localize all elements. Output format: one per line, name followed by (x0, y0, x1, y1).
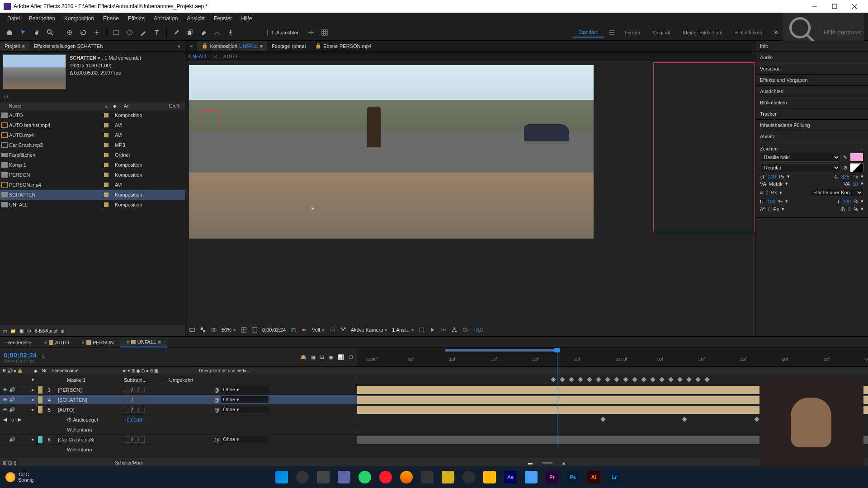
workspace-standard[interactable]: Standard (573, 28, 604, 38)
pixel-aspect-icon[interactable] (419, 327, 425, 333)
kerning-value[interactable]: Metrik (769, 181, 783, 187)
work-area-bar[interactable] (445, 349, 558, 352)
layer-switch[interactable] (124, 436, 130, 443)
taskbar-premiere[interactable]: Pr (543, 468, 561, 486)
hand-tool[interactable] (31, 27, 42, 38)
workspace-original[interactable]: Original (647, 28, 675, 37)
home-tool[interactable] (4, 27, 15, 38)
layer-switch[interactable] (138, 387, 145, 393)
footage-viewer-tab[interactable]: Footage (ohne) (267, 42, 311, 51)
roto-tool[interactable] (211, 27, 223, 38)
panel-overflow-icon[interactable]: » (173, 42, 185, 51)
fill-color-swatch[interactable] (850, 153, 863, 162)
taskbar-explorer[interactable] (481, 468, 499, 486)
zoom-tool[interactable] (44, 27, 56, 38)
brush-tool[interactable] (170, 27, 182, 38)
tl-motion-blur-icon[interactable]: ◉ (329, 354, 333, 360)
selection-tool[interactable] (17, 27, 29, 38)
panel-align[interactable]: Ausrichten (755, 86, 868, 97)
rotation-tool[interactable] (77, 27, 89, 38)
toggle-modes-icon[interactable]: ⊟ (8, 460, 12, 465)
taskbar-app[interactable] (418, 468, 436, 486)
prev-kf-icon[interactable]: ◀ (2, 417, 8, 423)
label-color[interactable] (104, 143, 108, 147)
taskbar-opera[interactable] (377, 468, 395, 486)
timeline-ruler[interactable]: 02:00f05f10f15f20f25f03:00f05f10f15f20f2… (357, 348, 868, 366)
fill-over-stroke-dropdown[interactable]: Fläche über Kon... (809, 188, 863, 197)
col-label[interactable]: ◆ (113, 103, 124, 108)
panel-libraries[interactable]: Bibliotheken (755, 97, 868, 108)
panel-preview[interactable]: Vorschau (755, 63, 868, 75)
bit-depth[interactable]: 8-Bit-Kanal (35, 328, 57, 333)
timeline-search[interactable] (41, 354, 296, 361)
next-kf-icon[interactable]: ▶ (16, 417, 23, 423)
tl-shy-icon[interactable]: 🙈 (300, 354, 307, 360)
pickwhip-icon[interactable]: @ (214, 397, 219, 403)
timeline-layer-row[interactable]: 🔊▸6[Car Crash.mp3]/@Ohne ▾ (0, 435, 868, 445)
leading-value[interactable]: 325 (841, 174, 849, 179)
project-item[interactable]: SCHATTEN Komposition (0, 190, 185, 200)
video-toggle[interactable]: 👁 (2, 387, 8, 393)
layer-color[interactable] (38, 396, 42, 404)
label-color[interactable] (104, 202, 108, 207)
always-preview-icon[interactable] (189, 327, 195, 333)
project-item[interactable]: Komp 1 Komposition (0, 160, 185, 170)
composition-viewer[interactable]: ➤ (185, 61, 755, 324)
menu-item[interactable]: Ansicht (182, 14, 209, 23)
workspace-small[interactable]: Kleiner Bildschirm (677, 28, 728, 37)
menu-item[interactable]: Bearbeiten (24, 14, 60, 23)
parent-dropdown[interactable]: Ohne ▾ (221, 396, 269, 403)
panel-info[interactable]: Info (755, 41, 868, 52)
col-parent[interactable]: Übergeordnet und verkn... (185, 368, 276, 373)
mask-icon[interactable] (211, 327, 217, 333)
tl-draft3d-icon[interactable]: ▦ (311, 354, 316, 360)
parent-dropdown[interactable]: Ohne ▾ (221, 436, 269, 443)
layer-switch[interactable]: / (131, 407, 137, 413)
layer-viewer-tab[interactable]: 🔒 Ebene PERSON.mp4 (311, 41, 376, 51)
project-search[interactable] (4, 94, 181, 100)
layer-color[interactable] (38, 386, 42, 394)
interpret-footage-icon[interactable]: ▭ (3, 328, 7, 333)
font-style-dropdown[interactable]: Regular (760, 163, 840, 172)
orbit-tool[interactable] (64, 27, 75, 38)
label-color[interactable] (104, 163, 108, 167)
workspace-menu-icon[interactable] (606, 27, 618, 38)
layer-color[interactable] (38, 446, 42, 453)
fast-preview-icon[interactable] (429, 327, 436, 333)
layer-switch[interactable]: / (131, 436, 137, 443)
twirl-icon[interactable]: ▸ (32, 397, 34, 402)
snap-checkbox[interactable] (267, 30, 273, 35)
toggle-in-out-icon[interactable]: {} (14, 460, 17, 465)
project-item[interactable]: AUTO.mp4 AVI (0, 130, 185, 140)
font-size-value[interactable]: 100 (768, 174, 776, 179)
menu-item[interactable]: Ebene (99, 14, 123, 23)
res-grid-icon[interactable] (241, 327, 247, 333)
help-search-input[interactable] (824, 29, 862, 36)
timeline-layer-row[interactable]: 👁🔊▸5[AUTO]/@Ohne ▾ (0, 405, 868, 415)
transparency-icon[interactable] (340, 327, 346, 333)
baseline-value[interactable]: 0 (768, 206, 770, 212)
twirl-icon[interactable]: ▸ (32, 387, 34, 392)
taskbar-teams[interactable] (335, 468, 353, 486)
label-color[interactable] (104, 113, 108, 117)
switches-modes-toggle[interactable]: Schalter/Modi (32, 460, 226, 465)
pickwhip-icon[interactable]: @ (214, 407, 219, 413)
timeline-timecode[interactable]: 0;00;02;24 (4, 351, 37, 359)
taskbar-app2[interactable] (439, 468, 457, 486)
menu-item[interactable]: Effekte (123, 14, 149, 23)
layer-color[interactable] (38, 426, 42, 433)
comp-viewer-tab[interactable]: 🔒 Komposition UNFALL ≡ (197, 41, 267, 51)
layer-switch[interactable] (138, 407, 145, 413)
type-tool[interactable] (151, 27, 163, 38)
new-folder-icon[interactable]: 📁 (10, 328, 16, 333)
panel-content-fill[interactable]: Inhaltsbasierte Füllung (755, 120, 868, 131)
label-color[interactable] (104, 133, 108, 137)
task-view[interactable] (314, 468, 332, 486)
menu-item[interactable]: Fenster (209, 14, 237, 23)
taskbar-illustrator[interactable]: Ai (585, 468, 603, 486)
ellipse-tool[interactable] (124, 27, 136, 38)
project-item[interactable]: PERSON.mp4 AVI (0, 180, 185, 190)
twirl-icon[interactable]: ▸ (32, 436, 34, 442)
zoom-slider[interactable]: ○━━━ (542, 460, 552, 465)
label-color[interactable] (104, 173, 108, 177)
